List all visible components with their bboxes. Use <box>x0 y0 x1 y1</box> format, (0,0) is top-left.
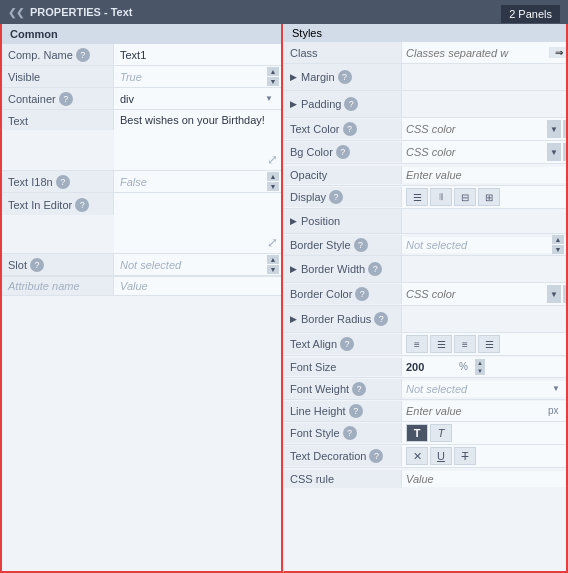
text-expand-icon[interactable]: ⤢ <box>267 152 278 167</box>
class-row: Class ⇒ <box>284 42 566 64</box>
border-style-up[interactable]: ▲ <box>552 235 564 244</box>
font-size-value: % ▲ ▼ <box>402 357 566 377</box>
border-radius-help[interactable]: ? <box>374 312 388 326</box>
padding-expand-arrow[interactable]: ▶ <box>284 96 301 112</box>
font-style-help[interactable]: ? <box>343 426 357 440</box>
border-color-clear[interactable]: ✕ <box>563 285 568 303</box>
border-color-help[interactable]: ? <box>355 287 369 301</box>
border-style-value: Not selected ▲ ▼ <box>402 237 566 253</box>
display-btn-3[interactable]: ⊟ <box>454 188 476 206</box>
visible-spinner[interactable]: ▲ ▼ <box>267 67 279 86</box>
text-i18n-up[interactable]: ▲ <box>267 172 279 181</box>
display-btn-1[interactable]: ☰ <box>406 188 428 206</box>
line-height-help[interactable]: ? <box>349 404 363 418</box>
text-in-editor-help[interactable]: ? <box>75 198 89 212</box>
margin-expand-arrow[interactable]: ▶ <box>284 69 301 85</box>
styles-header: Styles <box>284 24 566 42</box>
border-color-input[interactable] <box>406 288 545 300</box>
text-color-help[interactable]: ? <box>343 122 357 136</box>
container-row: Container ? div span p ▼ <box>2 88 281 110</box>
right-panel: Styles Class ⇒ ▶ Margin ? ▶ <box>283 24 568 573</box>
styles-title: Styles <box>292 27 322 39</box>
font-style-italic[interactable]: T <box>430 424 452 442</box>
border-width-help[interactable]: ? <box>368 262 382 276</box>
line-height-label: Line Height ? <box>284 401 402 421</box>
visible-up[interactable]: ▲ <box>267 67 279 76</box>
text-dec-underline[interactable]: U <box>430 447 452 465</box>
text-i18n-row: Text I18n ? False ▲ ▼ <box>2 171 281 193</box>
comp-name-input[interactable] <box>120 49 275 61</box>
header: ❮❮ PROPERTIES - Text ⊞ ⊟ ⊟ 2 Panels <box>0 0 568 24</box>
line-height-row: Line Height ? px ▲ ▼ <box>284 400 566 422</box>
text-color-value: ▼ ✕ <box>402 118 568 140</box>
text-color-clear[interactable]: ✕ <box>563 120 568 138</box>
opacity-input[interactable] <box>406 169 562 181</box>
attr-row: Attribute name Value <box>2 276 281 295</box>
font-size-up[interactable]: ▲ <box>475 359 485 367</box>
text-color-row: Text Color ? ▼ ✕ <box>284 118 566 141</box>
bg-color-help[interactable]: ? <box>336 145 350 159</box>
text-decoration-help[interactable]: ? <box>369 449 383 463</box>
slot-value: Not selected ▲ ▼ <box>114 254 281 275</box>
text-align-right[interactable]: ≡ <box>454 335 476 353</box>
text-i18n-spinner[interactable]: ▲ ▼ <box>267 172 279 191</box>
border-style-down[interactable]: ▼ <box>552 245 564 254</box>
text-i18n-help[interactable]: ? <box>56 175 70 189</box>
container-help[interactable]: ? <box>59 92 73 106</box>
bg-color-input[interactable] <box>406 146 545 158</box>
bg-color-value: ▼ ✕ <box>402 141 568 163</box>
font-weight-help[interactable]: ? <box>352 382 366 396</box>
class-input[interactable] <box>402 45 549 61</box>
text-in-editor-expand-icon[interactable]: ⤢ <box>267 235 278 250</box>
text-align-center[interactable]: ☰ <box>430 335 452 353</box>
bg-color-clear[interactable]: ✕ <box>563 143 568 161</box>
text-dec-none[interactable]: ✕ <box>406 447 428 465</box>
text-in-editor-content[interactable]: ⤢ <box>114 193 281 253</box>
attr-value-field[interactable]: Value <box>114 277 281 295</box>
font-size-row: Font Size % ▲ ▼ <box>284 356 566 378</box>
border-color-dropdown[interactable]: ▼ <box>547 285 561 303</box>
position-expand-arrow[interactable]: ▶ <box>284 213 301 229</box>
font-size-spinner[interactable]: ▲ ▼ <box>475 359 485 375</box>
font-size-down[interactable]: ▼ <box>475 367 485 375</box>
text-color-dropdown[interactable]: ▼ <box>547 120 561 138</box>
border-style-spinner[interactable]: ▲ ▼ <box>552 235 564 254</box>
class-expand-btn[interactable]: ⇒ <box>549 47 566 58</box>
text-align-value: ≡ ☰ ≡ ☰ <box>402 333 566 355</box>
line-height-input[interactable] <box>406 405 545 417</box>
attr-name-field[interactable]: Attribute name <box>2 277 114 295</box>
border-width-expand[interactable]: ▶ <box>284 261 301 277</box>
padding-help[interactable]: ? <box>344 97 358 111</box>
text-i18n-text: False <box>120 176 147 188</box>
font-size-input[interactable] <box>406 361 456 373</box>
text-dec-strikethrough[interactable]: T <box>454 447 476 465</box>
text-align-label: Text Align ? <box>284 334 402 354</box>
display-btn-2[interactable]: ⫴ <box>430 188 452 206</box>
display-btn-4[interactable]: ⊞ <box>478 188 500 206</box>
text-align-justify[interactable]: ☰ <box>478 335 500 353</box>
css-rule-value <box>402 471 566 487</box>
slot-up[interactable]: ▲ <box>267 255 279 264</box>
font-style-bold[interactable]: T <box>406 424 428 442</box>
visible-down[interactable]: ▼ <box>267 77 279 86</box>
text-i18n-down[interactable]: ▼ <box>267 182 279 191</box>
slot-spinner[interactable]: ▲ ▼ <box>267 255 279 274</box>
header-label: PROPERTIES - Text <box>30 6 132 18</box>
comp-name-help[interactable]: ? <box>76 48 90 62</box>
border-style-row: Border Style ? Not selected ▲ ▼ <box>284 234 566 256</box>
css-rule-input[interactable] <box>406 473 562 485</box>
visible-label: Visible <box>2 66 114 87</box>
text-color-input[interactable] <box>406 123 545 135</box>
text-label: Text <box>2 110 114 130</box>
slot-help[interactable]: ? <box>30 258 44 272</box>
text-content[interactable]: Best wishes on your Birthday! ⤢ <box>114 110 281 170</box>
display-help[interactable]: ? <box>329 190 343 204</box>
border-style-help[interactable]: ? <box>354 238 368 252</box>
text-align-help[interactable]: ? <box>340 337 354 351</box>
text-align-left[interactable]: ≡ <box>406 335 428 353</box>
bg-color-dropdown[interactable]: ▼ <box>547 143 561 161</box>
margin-help[interactable]: ? <box>338 70 352 84</box>
slot-down[interactable]: ▼ <box>267 265 279 274</box>
container-select[interactable]: div span p <box>120 93 275 105</box>
border-radius-expand[interactable]: ▶ <box>284 311 301 327</box>
